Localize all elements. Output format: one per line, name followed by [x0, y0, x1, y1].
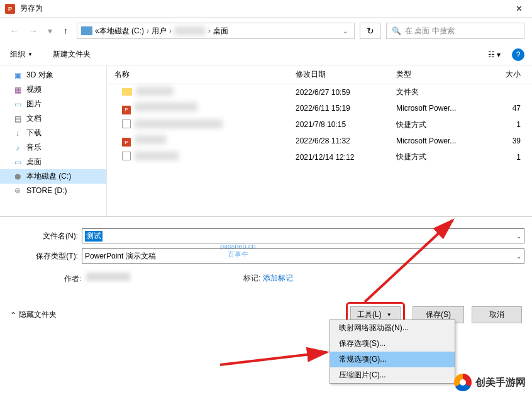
up-button[interactable]: ↑: [60, 25, 72, 37]
sidebar-item-pictures[interactable]: ▭图片: [0, 97, 106, 111]
chevron-down-icon[interactable]: ⌄: [340, 28, 350, 35]
author-value[interactable]: [86, 272, 130, 281]
chevron-icon: ⌃: [10, 311, 16, 320]
sidebar-item-video[interactable]: ▦视频: [0, 82, 106, 97]
chevron-down-icon[interactable]: ▾: [45, 25, 55, 37]
music-icon: ♪: [13, 143, 23, 153]
cancel-button[interactable]: 取消: [472, 306, 522, 323]
sidebar-item-disk-d[interactable]: ⊜STORE (D:): [0, 184, 106, 198]
new-folder-button[interactable]: 新建文件夹: [50, 48, 93, 61]
column-size[interactable]: 大小: [490, 69, 528, 80]
tools-menu: 映射网络驱动器(N)... 保存选项(S)... 常规选项(G)... 压缩图片…: [330, 320, 455, 384]
chevron-down-icon[interactable]: ⌄: [516, 233, 521, 240]
refresh-button[interactable]: ↻: [360, 23, 381, 39]
save-controls: 文件名(N): 测试 ⌄ 保存类型(T): PowerPoint 演示文稿 ⌄ …: [0, 216, 532, 294]
search-icon: 🔍: [392, 26, 401, 35]
add-tag-link[interactable]: 添加标记: [263, 274, 293, 282]
menu-item-map-drive[interactable]: 映射网络驱动器(N)...: [330, 320, 455, 336]
disk-icon: ⬢: [13, 172, 23, 182]
file-row[interactable]: P 2022/6/11 15:19 Microsoft Power... 47: [107, 100, 532, 117]
sidebar-item-music[interactable]: ♪音乐: [0, 140, 106, 155]
file-row[interactable]: 2022/6/27 10:59 文件夹: [107, 84, 532, 100]
shortcut-icon: [122, 152, 131, 160]
sidebar-item-documents[interactable]: ▤文档: [0, 111, 106, 126]
filename-label: 文件名(N):: [8, 231, 82, 242]
breadcrumb-part-blurred[interactable]: [174, 26, 206, 35]
view-button[interactable]: ☷ ▾: [484, 49, 504, 60]
navbar: ← → ▾ ↑ « 本地磁盘 (C:) › 用户 › › 桌面 ⌄ ↻ 🔍 在 …: [0, 18, 532, 44]
breadcrumb-part[interactable]: 本地磁盘 (C:): [99, 26, 144, 36]
breadcrumb-part[interactable]: 用户: [152, 26, 167, 36]
content: ▣3D 对象 ▦视频 ▭图片 ▤文档 ↓下载 ♪音乐 ▭桌面 ⬢本地磁盘 (C:…: [0, 65, 532, 216]
document-icon: ▤: [13, 114, 23, 124]
file-row[interactable]: 2021/7/8 10:15 快捷方式 1: [107, 117, 532, 133]
app-icon: P: [5, 4, 15, 14]
sidebar-item-desktop[interactable]: ▭桌面: [0, 155, 106, 169]
sidebar-item-3d[interactable]: ▣3D 对象: [0, 68, 106, 82]
breadcrumb-part[interactable]: 桌面: [213, 26, 228, 36]
cube-icon: ▣: [13, 70, 23, 81]
filetype-select[interactable]: PowerPoint 演示文稿 ⌄: [82, 248, 524, 264]
file-row[interactable]: 2021/12/14 12:12 快捷方式 1: [107, 149, 532, 165]
organize-button[interactable]: 组织 ▼: [8, 48, 35, 61]
close-icon[interactable]: ×: [511, 3, 527, 14]
ppt-icon: P: [122, 106, 131, 114]
menu-item-compress[interactable]: 压缩图片(C)...: [330, 367, 455, 383]
file-list: 名称 修改日期 类型 大小 2022/6/27 10:59 文件夹 P 2022…: [107, 65, 532, 216]
device-icon: [81, 26, 92, 35]
sidebar-item-downloads[interactable]: ↓下载: [0, 126, 106, 140]
author-label: 作者:: [64, 274, 81, 283]
svg-line-3: [220, 352, 327, 365]
picture-icon: ▭: [13, 99, 23, 109]
video-icon: ▦: [13, 85, 23, 95]
toolbar: 组织 ▼ 新建文件夹 ☷ ▾ ?: [0, 44, 532, 65]
forward-button[interactable]: →: [26, 25, 40, 37]
site-logo: 创美手游网: [454, 374, 526, 391]
titlebar: P 另存为 ×: [0, 0, 532, 18]
back-button[interactable]: ←: [8, 25, 21, 37]
filetype-label: 保存类型(T):: [8, 251, 82, 262]
sidebar: ▣3D 对象 ▦视频 ▭图片 ▤文档 ↓下载 ♪音乐 ▭桌面 ⬢本地磁盘 (C:…: [0, 65, 107, 216]
menu-item-general-options[interactable]: 常规选项(G)...: [330, 352, 455, 367]
hide-folders-toggle[interactable]: ⌃ 隐藏文件夹: [10, 309, 57, 320]
column-date[interactable]: 修改日期: [296, 69, 396, 80]
annotation-arrow: [214, 340, 340, 371]
download-icon: ↓: [13, 128, 23, 138]
help-button[interactable]: ?: [512, 48, 524, 61]
logo-icon: [454, 374, 472, 391]
sidebar-item-disk-c[interactable]: ⬢本地磁盘 (C:): [0, 169, 106, 184]
breadcrumb[interactable]: « 本地磁盘 (C:) › 用户 › › 桌面 ⌄: [77, 23, 355, 39]
disk-icon: ⊜: [13, 186, 23, 196]
desktop-icon: ▭: [13, 157, 23, 167]
tags-label: 标记:: [243, 274, 260, 282]
menu-item-save-options[interactable]: 保存选项(S)...: [330, 336, 455, 352]
chevron-down-icon[interactable]: ⌄: [516, 253, 521, 260]
column-name[interactable]: 名称: [107, 69, 296, 80]
ppt-icon: P: [122, 138, 131, 147]
folder-icon: [122, 88, 132, 96]
search-input[interactable]: 🔍 在 桌面 中搜索: [386, 23, 524, 39]
file-header: 名称 修改日期 类型 大小: [107, 65, 532, 84]
window-title: 另存为: [20, 3, 43, 14]
shortcut-icon: [122, 120, 131, 128]
file-row[interactable]: P 2022/6/28 11:32 Microsoft Power... 39: [107, 133, 532, 150]
filename-input[interactable]: 测试 ⌄: [82, 228, 524, 243]
column-type[interactable]: 类型: [396, 69, 490, 80]
